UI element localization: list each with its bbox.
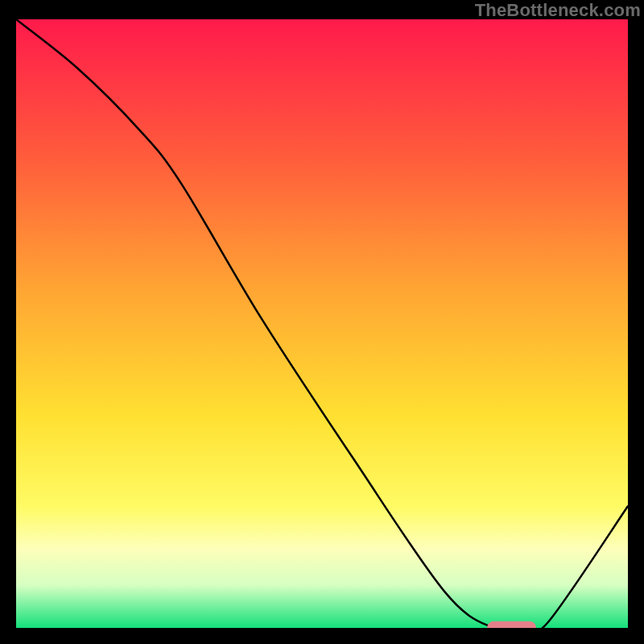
- chart-svg: [16, 19, 628, 628]
- highlight-layer: [487, 621, 536, 628]
- watermark-text: TheBottleneck.com: [475, 0, 641, 21]
- chart-frame: TheBottleneck.com: [0, 0, 644, 644]
- chart-background: [16, 19, 628, 628]
- highlight-pill: [487, 621, 536, 628]
